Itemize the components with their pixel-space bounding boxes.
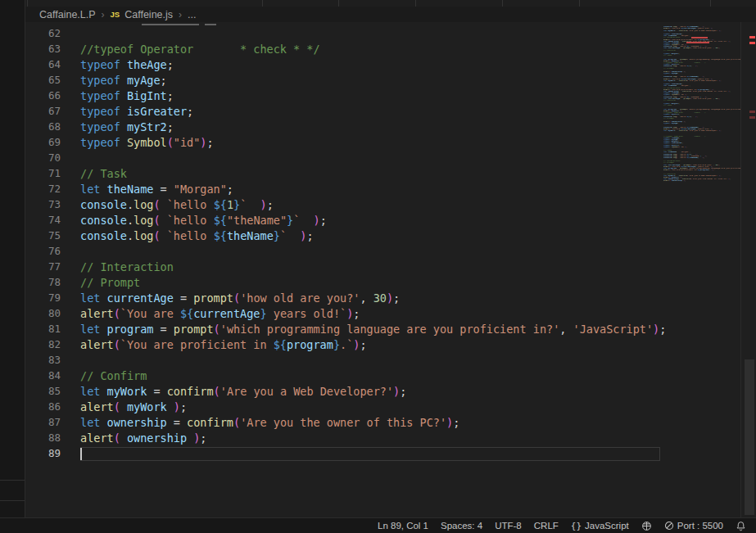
- code-line[interactable]: 85let myWork = confirm('Are you a Web De…: [25, 385, 756, 400]
- code-line[interactable]: 72let theName = "Morgan";: [25, 183, 756, 198]
- notifications-bell[interactable]: [736, 521, 746, 531]
- line-number: 66: [25, 89, 80, 105]
- browser-globe-icon: [641, 521, 652, 531]
- current-line-highlight: [80, 447, 660, 461]
- code-line[interactable]: 86alert( myWork );: [25, 400, 756, 416]
- line-number: 86: [25, 400, 80, 416]
- code-line[interactable]: 67typeof isGreater;: [25, 105, 756, 120]
- breadcrumb-symbol[interactable]: ...: [188, 9, 196, 20]
- code-line[interactable]: 88alert( ownership );: [25, 431, 756, 447]
- line-number: 78: [25, 276, 80, 291]
- clipped-line-fragment: [205, 24, 216, 25]
- code-lines: 6263//typeof Operator * check * */64type…: [25, 27, 756, 463]
- code-line[interactable]: 68typeof myStr2;: [25, 120, 756, 136]
- code-line[interactable]: 69typeof Symbol("id");: [25, 136, 756, 151]
- breadcrumb: Caffaine.L.P › JS Caffeine.js › ...: [25, 7, 756, 22]
- open-in-browser-button[interactable]: [641, 521, 652, 531]
- line-number: 89: [25, 447, 80, 463]
- chevron-right-icon: ›: [179, 9, 182, 20]
- tab-separator: [579, 0, 580, 7]
- line-number: 85: [25, 385, 80, 400]
- line-number: 77: [25, 260, 80, 276]
- code-line[interactable]: 80alert(`You are ${currentAge} years old…: [25, 307, 756, 323]
- code-line[interactable]: 64typeof theAge;: [25, 58, 756, 74]
- circle-slash-icon: [664, 521, 674, 531]
- line-number: 81: [25, 323, 80, 338]
- line-number: 74: [25, 214, 80, 229]
- tab-separator: [338, 0, 339, 7]
- code-line[interactable]: 79let currentAge = prompt('how old are y…: [25, 291, 756, 307]
- code-line[interactable]: 89: [25, 447, 756, 463]
- line-number: 88: [25, 431, 80, 447]
- bell-icon: [736, 521, 746, 531]
- code-line[interactable]: 83: [25, 354, 756, 369]
- line-number: 67: [25, 105, 80, 120]
- error-marker: [749, 36, 755, 38]
- chevron-right-icon: ›: [102, 9, 105, 20]
- breadcrumb-file[interactable]: Caffeine.js: [124, 9, 173, 20]
- encoding-setting[interactable]: UTF-8: [495, 521, 522, 531]
- error-marker: [749, 116, 755, 119]
- line-number: 72: [25, 183, 80, 198]
- line-number: 76: [25, 245, 80, 260]
- language-mode[interactable]: {} JavaScript: [571, 521, 629, 531]
- indentation-setting[interactable]: Spaces: 4: [441, 521, 482, 531]
- error-marker: [749, 111, 755, 113]
- tab-separator: [262, 0, 263, 7]
- scrollbar[interactable]: [740, 22, 756, 518]
- code-line[interactable]: 74console.log( `hello ${"theName"}` );: [25, 214, 756, 229]
- code-line[interactable]: 62: [25, 27, 756, 43]
- tab-separator: [27, 0, 28, 7]
- line-number: 64: [25, 58, 80, 74]
- eol-setting[interactable]: CRLF: [534, 521, 559, 531]
- code-line[interactable]: 70: [25, 151, 756, 167]
- tab-separator: [415, 0, 416, 7]
- minimap-error-mark: [691, 37, 708, 38]
- line-number: 69: [25, 136, 80, 151]
- minimap-error-mark: [686, 42, 709, 43]
- code-line[interactable]: 75console.log( `hello ${theName}` );: [25, 229, 756, 245]
- line-number: 79: [25, 291, 80, 307]
- javascript-file-icon: JS: [111, 10, 120, 19]
- line-number: 71: [25, 167, 80, 183]
- code-line[interactable]: 78// Prompt: [25, 276, 756, 291]
- status-bar: Ln 89, Col 1 Spaces: 4 UTF-8 CRLF {} Jav…: [0, 517, 756, 533]
- scrollbar-thumb[interactable]: [745, 359, 754, 515]
- code-editor[interactable]: 6263//typeof Operator * check * */64type…: [25, 22, 756, 518]
- line-number: 70: [25, 151, 80, 167]
- cursor-position[interactable]: Ln 89, Col 1: [378, 521, 428, 531]
- minimap[interactable]: console.log( `hello ${theName}` );alert(…: [663, 25, 741, 205]
- line-number: 75: [25, 229, 80, 245]
- live-server-port[interactable]: Port : 5500: [664, 521, 723, 531]
- text-cursor: [80, 448, 82, 460]
- rail-divider: [0, 500, 25, 501]
- line-number: 73: [25, 198, 80, 214]
- line-number: 87: [25, 416, 80, 431]
- rail-divider: [0, 480, 25, 481]
- code-line[interactable]: 65typeof myAge;: [25, 74, 756, 89]
- vscode-window: Caffaine.L.P › JS Caffeine.js › ... 6263…: [0, 0, 756, 533]
- code-line[interactable]: 66typeof BigInt;: [25, 89, 756, 105]
- code-line[interactable]: 87let ownership = confirm('Are you the o…: [25, 416, 756, 431]
- code-line[interactable]: 81let program = prompt('which programmin…: [25, 323, 756, 338]
- code-line[interactable]: 76: [25, 245, 756, 260]
- code-line[interactable]: 73console.log( `hello ${1}` );: [25, 198, 756, 214]
- code-line[interactable]: 71// Task: [25, 167, 756, 183]
- left-rail: [0, 0, 25, 518]
- line-number: 68: [25, 120, 80, 136]
- line-number: 84: [25, 369, 80, 385]
- code-line[interactable]: 84// Confirm: [25, 369, 756, 385]
- code-line[interactable]: 77// Interaction: [25, 260, 756, 276]
- braces-icon: {}: [571, 521, 582, 531]
- breadcrumb-folder[interactable]: Caffaine.L.P: [39, 9, 96, 20]
- line-number: 62: [25, 27, 80, 43]
- code-line[interactable]: 82alert(`You are proficient in ${program…: [25, 338, 756, 354]
- clipped-line-fragment: [142, 24, 199, 25]
- tab-separator: [502, 0, 503, 7]
- line-number: 65: [25, 74, 80, 89]
- error-marker: [749, 42, 755, 44]
- line-number: 83: [25, 354, 80, 369]
- code-line[interactable]: 63//typeof Operator * check * */: [25, 43, 756, 58]
- tab-separator: [710, 0, 711, 7]
- line-number: 82: [25, 338, 80, 354]
